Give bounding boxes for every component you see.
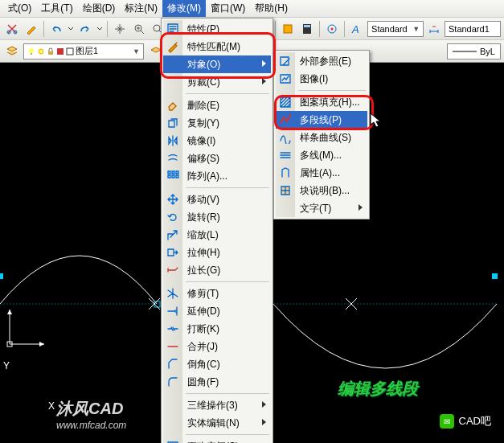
calc-button[interactable] xyxy=(298,20,316,38)
menu-tools[interactable]: 工具(T) xyxy=(36,0,77,17)
menu-item-label: 删除(E) xyxy=(187,99,219,113)
watermark-text: 沐风CAD xyxy=(56,398,123,420)
menu-item[interactable]: 剪裁(C) xyxy=(163,73,271,91)
menu-item[interactable]: 修剪(T) xyxy=(163,285,271,302)
line-sample-icon xyxy=(453,48,477,55)
menu-item[interactable]: 复制(Y) xyxy=(163,114,271,132)
submenu-arrow-icon xyxy=(262,78,266,84)
text-style-dropdown[interactable]: Standard▼ xyxy=(367,21,424,37)
menu-item[interactable]: 特性匹配(M) xyxy=(163,38,271,55)
menubar: 式(O) 工具(T) 绘图(D) 标注(N) 修改(M) 窗口(W) 帮助(H) xyxy=(0,0,504,18)
menu-item[interactable]: 镜像(I) xyxy=(163,132,271,150)
menu-item[interactable]: 拉伸(H) xyxy=(163,244,271,261)
menu-item[interactable]: 对象(O) xyxy=(163,55,271,73)
menu-modify[interactable]: 修改(M) xyxy=(162,0,206,17)
object-submenu-dropdown: 外部参照(E)图像(I)图案填充(H)...多段线(P)样条曲线(S)多线(M)… xyxy=(273,50,370,219)
menu-item[interactable]: 删除(E) xyxy=(163,96,271,114)
text-style-icon[interactable]: A xyxy=(348,20,366,38)
menu-item-label: 拉伸(H) xyxy=(187,246,220,260)
layer-manager-button[interactable] xyxy=(3,43,21,60)
break-icon xyxy=(166,322,180,336)
menu-draw[interactable]: 绘图(D) xyxy=(78,0,121,17)
menu-item[interactable]: 块说明(B)... xyxy=(276,182,367,199)
properties-icon xyxy=(166,22,180,36)
mline-icon xyxy=(278,148,293,162)
dim-style-dropdown[interactable]: Standard1 xyxy=(445,21,501,37)
menu-item[interactable]: 文字(T) xyxy=(276,199,367,217)
menu-item[interactable]: 图案填充(H)... xyxy=(276,93,367,111)
menu-item-label: 多段线(P) xyxy=(300,113,342,127)
linetype-dropdown[interactable]: ByL xyxy=(447,43,501,59)
menu-dimension[interactable]: 标注(N) xyxy=(120,0,162,17)
extend-icon xyxy=(166,304,180,318)
block-button[interactable] xyxy=(279,20,297,38)
menu-item[interactable]: 多线(M)... xyxy=(276,146,367,164)
menu-window[interactable]: 窗口(W) xyxy=(206,0,250,17)
current-layer-name: 图层1 xyxy=(76,45,98,57)
menu-item-label: 文字(T) xyxy=(300,202,331,215)
menu-item[interactable]: 图像(I) xyxy=(276,70,367,88)
menu-item[interactable]: 合并(J) xyxy=(163,338,271,355)
image-icon xyxy=(278,72,293,86)
menu-item-label: 多线(M)... xyxy=(300,149,342,162)
menu-item[interactable]: 倒角(C) xyxy=(163,355,271,373)
blank-icon xyxy=(166,416,180,430)
svg-rect-23 xyxy=(492,273,498,279)
menu-item-label: 延伸(D) xyxy=(187,305,220,318)
menu-help[interactable]: 帮助(H) xyxy=(250,0,293,17)
snap-button[interactable] xyxy=(323,20,341,38)
hatch-icon xyxy=(278,95,293,109)
menu-item[interactable]: 圆角(F) xyxy=(163,373,271,391)
redo-dropdown[interactable] xyxy=(96,20,104,38)
match-icon xyxy=(166,39,180,54)
blank-icon xyxy=(166,398,180,412)
separator xyxy=(43,21,44,37)
menu-item-label: 旋转(R) xyxy=(187,211,220,224)
menu-item[interactable]: 更改空间(S) xyxy=(163,437,271,443)
cadba-text: CAD吧 xyxy=(459,414,491,429)
menu-item[interactable]: 旋转(R) xyxy=(163,208,271,226)
layer-box-icon xyxy=(66,47,74,55)
dim-style-icon[interactable] xyxy=(425,20,443,38)
svg-point-15 xyxy=(39,49,43,54)
svg-point-11 xyxy=(331,27,334,30)
submenu-arrow-icon xyxy=(262,401,266,408)
zoom-realtime-button[interactable] xyxy=(130,20,148,38)
trim-icon xyxy=(166,286,180,301)
menu-item[interactable]: 阵列(A)... xyxy=(163,167,271,185)
menu-format[interactable]: 式(O) xyxy=(3,0,36,17)
menu-item[interactable]: 移动(V) xyxy=(163,191,271,208)
menu-item[interactable]: 拉长(G) xyxy=(163,261,271,279)
menu-item[interactable]: 属性(A)... xyxy=(276,164,367,182)
menu-item[interactable]: 多段线(P) xyxy=(276,111,367,129)
menu-item[interactable]: 实体编辑(N) xyxy=(163,414,271,432)
menu-item[interactable]: 偏移(S) xyxy=(163,150,271,167)
cut-button[interactable] xyxy=(3,20,21,38)
svg-rect-16 xyxy=(48,51,53,55)
menu-item[interactable]: 延伸(D) xyxy=(163,302,271,320)
menu-item-label: 剪裁(C) xyxy=(187,76,220,89)
menu-item-label: 特性匹配(M) xyxy=(187,40,240,54)
layer-dropdown[interactable]: 图层1 ▼ xyxy=(23,43,144,59)
separator xyxy=(344,21,345,37)
submenu-arrow-icon xyxy=(359,204,363,211)
menu-item-label: 图像(I) xyxy=(300,72,328,86)
submenu-arrow-icon xyxy=(262,60,266,67)
separator xyxy=(275,21,276,37)
menu-item[interactable]: 缩放(L) xyxy=(163,226,271,244)
attr-icon xyxy=(278,166,293,180)
svg-rect-14 xyxy=(31,53,32,55)
matchprop-button[interactable] xyxy=(23,20,40,38)
menu-item[interactable]: 样条曲线(S) xyxy=(276,129,367,146)
pline-icon xyxy=(278,113,293,127)
pan-button[interactable] xyxy=(111,20,129,38)
menu-item[interactable]: 外部参照(E) xyxy=(276,52,367,70)
menu-item[interactable]: 打断(K) xyxy=(163,320,271,338)
menu-item[interactable]: 特性(P) xyxy=(163,20,271,38)
svg-point-13 xyxy=(29,48,34,53)
undo-dropdown[interactable] xyxy=(67,20,75,38)
rotate-icon xyxy=(166,210,180,224)
menu-item[interactable]: 三维操作(3) xyxy=(163,396,271,414)
redo-button[interactable] xyxy=(76,20,94,38)
undo-button[interactable] xyxy=(47,20,65,38)
